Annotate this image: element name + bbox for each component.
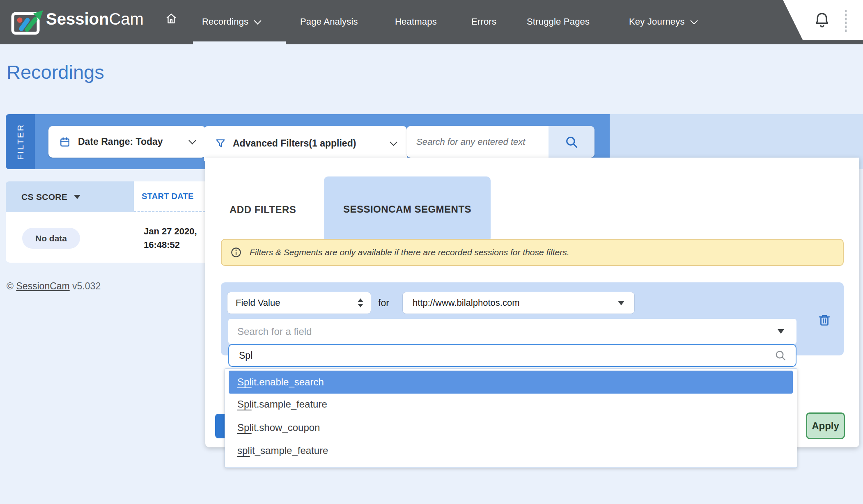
site-select-value: http://www.bilalphotos.com — [413, 298, 519, 308]
nav-label: Errors — [471, 16, 496, 27]
more-menu-dots[interactable] — [845, 10, 847, 32]
brand-session: Session — [46, 10, 109, 28]
option-split-sample-feature[interactable]: Split.sample_feature — [237, 399, 327, 410]
top-nav: SessionCam Recordings Page Analysis Heat… — [0, 0, 863, 44]
field-search-placeholder: Search for a field — [237, 326, 312, 337]
start-date-header-label: START DATE — [142, 192, 194, 201]
nav-label: Recordings — [202, 16, 248, 27]
start-date-cell: Jan 27 2020, 16:48:52 — [144, 225, 197, 252]
nav-item-heatmaps[interactable]: Heatmaps — [395, 12, 437, 31]
footer: © SessionCam v5.032 — [7, 281, 101, 292]
delete-filter-trash-icon[interactable] — [817, 312, 831, 328]
nav-item-struggle-pages[interactable]: Struggle Pages — [527, 12, 590, 31]
option-rest: it_sample_feature — [250, 445, 328, 456]
dropdown-caret-icon — [778, 329, 784, 334]
footer-version: v5.032 — [70, 281, 101, 291]
dropdown-caret-icon — [618, 301, 624, 305]
copyright-symbol: © — [7, 281, 16, 291]
page-title: Recordings — [7, 61, 104, 83]
date-range-label: Date Range: Today — [78, 136, 163, 147]
cs-score-header-label: CS SCORE — [21, 192, 67, 202]
nav-label: Struggle Pages — [527, 16, 590, 27]
field-query-box — [228, 344, 796, 367]
option-match: Spl — [237, 422, 252, 433]
advanced-filters-button[interactable]: Advanced Filters(1 applied) — [204, 126, 407, 161]
info-icon — [231, 247, 241, 258]
for-label: for — [378, 292, 389, 314]
brand-wordmark[interactable]: SessionCam — [46, 10, 144, 28]
home-icon[interactable] — [165, 12, 177, 25]
nav-item-recordings[interactable]: Recordings — [202, 12, 260, 31]
field-search-combo[interactable]: Search for a field — [228, 319, 796, 344]
option-match: Spl — [237, 376, 252, 388]
search-icon — [774, 349, 787, 362]
nav-item-page-analysis[interactable]: Page Analysis — [300, 12, 358, 31]
chevron-down-icon — [188, 137, 196, 144]
info-banner: Filters & Segments are only available if… — [221, 239, 844, 266]
info-banner-text: Filters & Segments are only available if… — [250, 247, 569, 257]
option-rest: it.sample_feature — [252, 399, 327, 410]
nav-label: Heatmaps — [395, 16, 437, 27]
option-match: spl — [237, 445, 250, 456]
option-split-enable-search[interactable]: Split.enable_search — [229, 371, 793, 394]
session-search — [406, 126, 594, 158]
chevron-down-icon — [390, 138, 397, 146]
search-icon — [565, 135, 578, 149]
footer-sessioncam-link[interactable]: SessionCam — [16, 281, 69, 291]
start-date-line2: 16:48:52 — [144, 238, 197, 252]
option-split-show-coupon[interactable]: Split.show_coupon — [237, 422, 320, 433]
field-query-input[interactable] — [229, 350, 774, 362]
nav-label: Page Analysis — [300, 16, 358, 27]
search-input[interactable] — [406, 126, 549, 158]
search-button[interactable] — [549, 126, 594, 158]
field-type-select[interactable]: Field Value — [227, 292, 371, 314]
field-type-value: Field Value — [236, 298, 280, 308]
nav-item-key-journeys[interactable]: Key Journeys — [629, 12, 697, 31]
site-select[interactable]: http://www.bilalphotos.com — [403, 292, 634, 314]
apply-button[interactable]: Apply — [806, 412, 845, 439]
start-date-line1: Jan 27 2020, — [144, 225, 197, 238]
column-header-cs-score[interactable]: CS SCORE — [6, 181, 134, 212]
tab-sessioncam-segments[interactable]: SESSIONCAM SEGMENTS — [324, 176, 491, 242]
notifications-bell-icon[interactable] — [814, 11, 830, 29]
spinner-updown-icon — [358, 298, 363, 307]
date-range-button[interactable]: Date Range: Today — [48, 126, 206, 158]
sessioncam-logo-icon[interactable] — [11, 8, 44, 36]
calendar-icon — [59, 136, 71, 148]
advanced-filters-label: Advanced Filters(1 applied) — [233, 138, 356, 149]
chevron-down-icon — [254, 17, 262, 24]
nav-item-errors[interactable]: Errors — [471, 12, 496, 31]
funnel-icon — [215, 138, 226, 149]
nav-label: Key Journeys — [629, 16, 685, 27]
sort-caret-icon — [74, 195, 80, 199]
chevron-down-icon — [690, 17, 698, 24]
filter-side-tab[interactable]: FILTER — [6, 114, 35, 169]
active-tab-indicator — [193, 41, 286, 44]
option-rest: it.enable_search — [252, 376, 324, 388]
filter-tab-label: FILTER — [16, 124, 25, 160]
tab-add-filters[interactable]: ADD FILTERS — [230, 204, 296, 215]
option-match: Spl — [237, 399, 252, 410]
option-split-sample-feature-lower[interactable]: split_sample_feature — [237, 445, 328, 456]
cs-score-badge: No data — [22, 228, 80, 249]
option-rest: it.show_coupon — [252, 422, 320, 433]
brand-cam: Cam — [109, 10, 143, 28]
column-header-start-date[interactable]: START DATE — [134, 181, 205, 212]
app-screen: SessionCam Recordings Page Analysis Heat… — [0, 0, 863, 504]
